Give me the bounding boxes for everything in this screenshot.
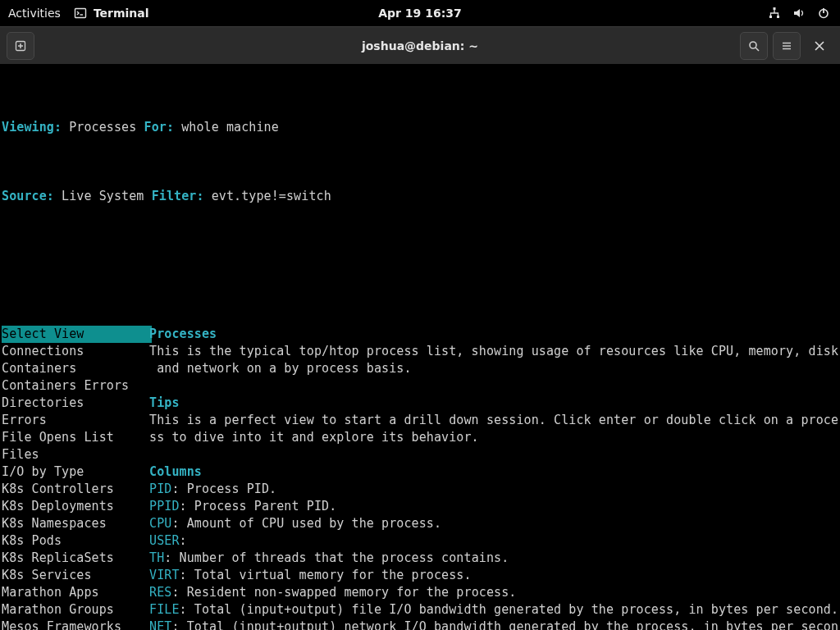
body-text: and network on a by process basis. xyxy=(149,361,412,376)
view-list-item[interactable]: Marathon Apps xyxy=(2,584,149,601)
view-list-item[interactable]: File Opens List xyxy=(2,429,149,446)
search-icon xyxy=(747,39,760,52)
view-list-item[interactable]: I/O by Type xyxy=(2,463,149,481)
view-list-item[interactable]: K8s ReplicaSets xyxy=(2,550,149,567)
terminal-viewport[interactable]: Viewing: Processes For: whole machine So… xyxy=(0,64,840,630)
column-desc: : xyxy=(180,533,187,548)
column-desc: : Amount of CPU used by the process. xyxy=(171,516,441,531)
view-list-item[interactable]: Errors xyxy=(2,412,149,429)
status-line-2: Source: Live System Filter: evt.type!=sw… xyxy=(2,188,838,205)
svg-rect-2 xyxy=(769,16,772,18)
view-list-item[interactable]: Containers Errors xyxy=(2,377,149,395)
column-name: CPU xyxy=(149,516,171,531)
body-text: This is the typical top/htop process lis… xyxy=(149,344,838,358)
view-list-item[interactable]: K8s Deployments xyxy=(2,498,149,515)
view-details: ProcessesThis is the typical top/htop pr… xyxy=(149,274,838,630)
view-list-item[interactable]: Marathon Groups xyxy=(2,601,149,619)
view-list-item[interactable]: K8s Pods xyxy=(2,532,149,550)
hamburger-icon xyxy=(780,39,793,52)
running-app-name: Terminal xyxy=(94,7,149,20)
column-desc: : Process PID. xyxy=(171,482,276,496)
view-list-item[interactable]: K8s Namespaces xyxy=(2,515,149,532)
section-tips-header: Tips xyxy=(149,395,180,410)
column-desc: : Total (input+output) network I/O bandw… xyxy=(171,619,838,630)
window-titlebar: joshua@debian: ~ xyxy=(0,26,840,64)
new-tab-button[interactable] xyxy=(7,32,34,60)
column-desc: : Number of threads that the process con… xyxy=(164,550,509,565)
gnome-topbar: Activities Terminal Apr 19 16:37 xyxy=(0,0,840,26)
svg-rect-1 xyxy=(774,7,776,10)
section-columns-header: Columns xyxy=(149,464,202,479)
svg-rect-3 xyxy=(777,16,779,18)
terminal-app-icon xyxy=(74,7,87,20)
body-text: ss to dive into it and explore its behav… xyxy=(149,430,479,445)
search-button[interactable] xyxy=(740,32,768,60)
column-name: USER xyxy=(149,533,180,548)
svg-rect-0 xyxy=(75,9,85,18)
running-app-indicator[interactable]: Terminal xyxy=(74,7,149,20)
view-list[interactable]: Select View ConnectionsContainersContain… xyxy=(2,274,149,630)
column-desc: : Resident non-swapped memory for the pr… xyxy=(171,585,516,600)
column-name: PID xyxy=(149,482,171,496)
view-list-item[interactable]: K8s Services xyxy=(2,567,149,584)
column-desc: : Total virtual memory for the process. xyxy=(180,568,472,582)
network-icon[interactable] xyxy=(768,7,781,20)
column-desc: : Total (input+output) file I/O bandwidt… xyxy=(180,602,838,617)
column-name: FILE xyxy=(149,602,180,617)
view-list-item[interactable]: Mesos Frameworks xyxy=(2,619,149,630)
status-line-1: Viewing: Processes For: whole machine xyxy=(2,119,838,136)
window-title: joshua@debian: ~ xyxy=(0,39,840,52)
column-desc: : Process Parent PID. xyxy=(180,499,337,514)
close-icon xyxy=(814,40,825,52)
column-name: VIRT xyxy=(149,568,180,582)
view-list-item[interactable]: Containers xyxy=(2,360,149,377)
view-list-item[interactable]: Files xyxy=(2,446,149,463)
svg-point-6 xyxy=(750,42,756,48)
new-tab-icon xyxy=(14,39,27,52)
volume-icon[interactable] xyxy=(792,7,806,20)
power-icon[interactable] xyxy=(817,7,830,20)
left-header: Select View xyxy=(2,326,152,343)
activities-button[interactable]: Activities xyxy=(8,7,61,20)
view-list-item[interactable]: K8s Controllers xyxy=(2,481,149,498)
column-name: TH xyxy=(149,550,164,565)
view-list-item[interactable]: Directories xyxy=(2,395,149,412)
view-list-item[interactable]: Connections xyxy=(2,343,149,360)
hamburger-menu-button[interactable] xyxy=(773,32,801,60)
column-name: PPID xyxy=(149,499,180,514)
body-text: This is a perfect view to start a drill … xyxy=(149,413,838,427)
column-name: NET xyxy=(149,619,171,630)
column-name: RES xyxy=(149,585,171,600)
section-processes-header: Processes xyxy=(149,326,217,341)
window-close-button[interactable] xyxy=(806,32,833,60)
